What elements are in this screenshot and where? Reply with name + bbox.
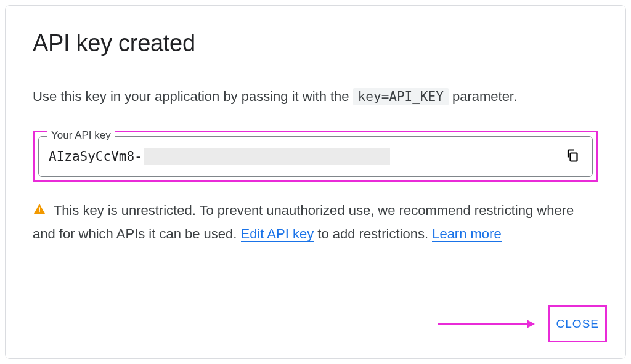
close-button-highlight-box: CLOSE [548, 305, 607, 342]
dialog-title: API key created [33, 30, 598, 57]
svg-rect-0 [571, 153, 577, 161]
edit-api-key-link[interactable]: Edit API key [241, 226, 314, 242]
learn-more-link[interactable]: Learn more [432, 226, 502, 242]
warning-section: This key is unrestricted. To prevent una… [33, 200, 598, 246]
copy-icon [565, 148, 580, 164]
api-key-redacted [144, 148, 390, 165]
code-snippet: key=API_KEY [353, 88, 449, 105]
dialog-description: Use this key in your application by pass… [33, 86, 598, 107]
api-key-value[interactable]: AIzaSyCcVm8- [49, 149, 142, 164]
svg-rect-2 [39, 211, 40, 212]
warning-text-middle: to add restrictions. [317, 226, 432, 241]
api-key-created-dialog: API key created Use this key in your app… [5, 5, 626, 359]
dialog-actions: CLOSE [438, 305, 607, 342]
copy-button[interactable] [563, 147, 582, 166]
api-key-legend: Your API key [47, 129, 115, 142]
svg-rect-1 [39, 207, 40, 211]
close-button[interactable]: CLOSE [556, 317, 599, 331]
api-key-highlight-box: Your API key AIzaSyCcVm8- [33, 131, 598, 182]
api-key-field: Your API key AIzaSyCcVm8- [38, 136, 593, 177]
warning-icon [33, 201, 46, 223]
description-text-after: parameter. [452, 89, 517, 104]
arrow-annotation [438, 318, 536, 330]
description-text-before: Use this key in your application by pass… [33, 89, 353, 104]
